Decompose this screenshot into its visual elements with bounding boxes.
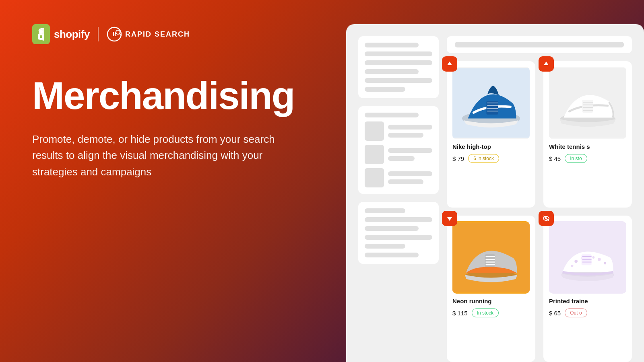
shopify-icon <box>32 24 50 44</box>
skeleton-card-3 <box>358 202 439 264</box>
product-card-nike: Nike high-top $ 79 6 in stock <box>447 61 535 208</box>
skeleton-line <box>388 148 432 153</box>
printed-price: $ 65 <box>549 310 561 317</box>
list-column <box>358 36 439 362</box>
nike-stock-badge: 6 in stock <box>468 154 499 163</box>
nike-image-wrap <box>452 67 530 139</box>
printed-sneaker-svg <box>549 221 626 294</box>
skeleton-row <box>365 121 432 141</box>
skeleton-row <box>365 145 432 164</box>
skeleton-square <box>365 121 384 141</box>
products-column: Nike high-top $ 79 6 in stock <box>447 36 632 362</box>
skeleton-line <box>388 125 432 130</box>
product-card-neon: Neon running $ 115 In stock <box>447 216 535 362</box>
neon-sneaker-svg <box>452 221 530 294</box>
svg-point-34 <box>574 260 578 263</box>
skeleton-line <box>365 51 432 56</box>
search-skeleton-line <box>455 42 624 47</box>
skeleton-row <box>365 168 432 187</box>
skeleton-line <box>365 43 419 47</box>
tennis-image-wrap <box>549 67 626 139</box>
product-card-printed: Printed traine $ 65 Out o <box>543 216 632 362</box>
skeleton-line <box>365 208 405 213</box>
products-grid: Nike high-top $ 79 6 in stock <box>447 61 632 362</box>
svg-rect-41 <box>582 254 592 265</box>
tennis-price-row: $ 45 In sto <box>549 154 626 163</box>
neon-price-row: $ 115 In stock <box>452 309 530 317</box>
nike-price: $ 79 <box>452 155 464 162</box>
tennis-price: $ 45 <box>549 155 561 162</box>
skeleton-line <box>388 133 423 138</box>
skeleton-square <box>365 168 384 187</box>
tennis-stock-badge: In sto <box>565 154 587 163</box>
rapid-search-logo: R RAPID SEARCH <box>107 27 190 42</box>
svg-point-39 <box>571 265 574 267</box>
product-card-tennis: White tennis s $ 45 In sto <box>543 61 632 208</box>
nike-sneaker-svg <box>452 67 530 139</box>
skeleton-line <box>365 69 419 74</box>
skeleton-line <box>388 171 432 176</box>
promote-badge-tennis <box>539 56 554 72</box>
skeleton-line <box>365 253 419 257</box>
tennis-sneaker-svg <box>549 67 626 139</box>
skeleton-card-1 <box>358 36 439 98</box>
svg-point-1 <box>39 30 43 34</box>
printed-product-name: Printed traine <box>549 298 626 304</box>
neon-stock-badge: In stock <box>472 309 499 317</box>
neon-price: $ 115 <box>452 310 468 317</box>
skeleton-line <box>365 244 405 249</box>
svg-rect-3 <box>40 35 42 38</box>
skeleton-line <box>365 87 405 92</box>
skeleton-square <box>365 145 384 164</box>
printed-image-wrap <box>549 221 626 294</box>
rapid-search-icon: R <box>107 27 122 42</box>
nike-price-row: $ 79 6 in stock <box>452 154 530 163</box>
hide-badge-printed <box>539 211 554 226</box>
skeleton-line <box>365 226 419 231</box>
demote-badge-neon <box>442 211 457 226</box>
promote-badge-nike <box>442 56 457 72</box>
main-heading: Merchandising <box>32 76 302 115</box>
shopify-text-label: shopify <box>54 28 90 41</box>
nike-product-name: Nike high-top <box>452 143 530 150</box>
skeleton-line <box>365 235 432 240</box>
shopify-logo: shopify <box>32 24 90 44</box>
skeleton-line <box>365 78 432 83</box>
rapid-search-text-label: RAPID SEARCH <box>125 30 190 39</box>
printed-price-row: $ 65 Out o <box>549 309 626 317</box>
logo-divider <box>98 27 99 41</box>
skeleton-line <box>365 217 432 222</box>
skeleton-line <box>365 60 432 65</box>
search-bar-skeleton <box>447 36 632 53</box>
left-panel: shopify R RAPID SEARCH Merchandising Pro… <box>0 0 334 362</box>
svg-point-38 <box>598 258 601 261</box>
mockup-container: Nike high-top $ 79 6 in stock <box>346 24 644 362</box>
svg-point-40 <box>604 262 606 265</box>
printed-stock-badge: Out o <box>565 309 587 317</box>
skeleton-line <box>388 179 423 184</box>
svg-point-37 <box>592 256 595 259</box>
skeleton-line <box>388 156 415 161</box>
subtitle-text: Promote, demote, or hide products from y… <box>32 131 302 180</box>
skeleton-line <box>365 113 419 117</box>
neon-product-name: Neon running <box>452 298 530 304</box>
tennis-product-name: White tennis s <box>549 143 626 150</box>
skeleton-card-2 <box>358 106 439 194</box>
neon-image-wrap <box>452 221 530 294</box>
right-panel: Nike high-top $ 79 6 in stock <box>334 0 644 362</box>
background: shopify R RAPID SEARCH Merchandising Pro… <box>0 0 644 362</box>
svg-rect-17 <box>582 100 593 113</box>
logo-bar: shopify R RAPID SEARCH <box>32 24 302 44</box>
